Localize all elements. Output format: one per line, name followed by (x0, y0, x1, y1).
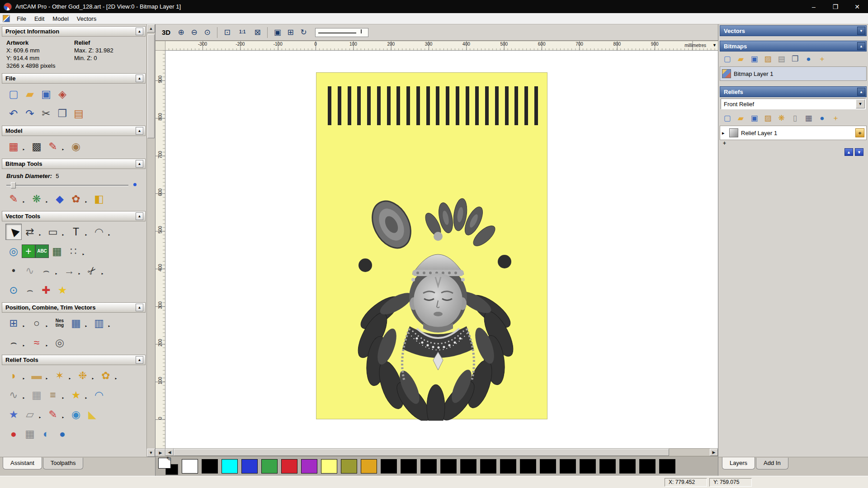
colour-swatch-7[interactable] (321, 459, 337, 474)
angled-plane-icon[interactable]: ◣ (84, 406, 100, 422)
menu-model[interactable]: Model (48, 14, 72, 23)
measure-flyout-arrow[interactable]: ‣ (108, 232, 112, 238)
relief-layer-expand-arrow[interactable]: ▸ (722, 130, 726, 136)
colour-swatch-5[interactable] (281, 459, 297, 474)
new-relief-layer-icon[interactable]: ▢ (721, 112, 733, 124)
create-text-flyout-arrow[interactable]: ‣ (85, 232, 89, 238)
weave-wizard-icon[interactable]: ▦ (28, 387, 45, 403)
sculpt-relief-flyout-arrow[interactable]: ‣ (22, 395, 27, 401)
relief-layers-flyout-arrow[interactable]: ‣ (61, 395, 66, 401)
undo-icon[interactable]: ↶ (5, 105, 22, 122)
paste-along-curve-flyout-arrow[interactable]: ‣ (82, 252, 86, 258)
menu-edit[interactable]: Edit (30, 14, 48, 23)
fence-vectors-icon[interactable]: ▦ (49, 243, 65, 259)
colour-swatch-21[interactable] (599, 459, 616, 474)
colour-swatch-8[interactable] (341, 459, 357, 474)
slider-thumb[interactable] (11, 182, 16, 188)
select-vectors-icon[interactable]: ▶ (5, 224, 22, 240)
new-model-icon[interactable]: ▢ (5, 86, 22, 102)
create-rings-icon[interactable]: ◎ (52, 334, 68, 351)
line-thickness-selector[interactable] (315, 28, 368, 37)
dome-relief-icon[interactable]: ◠ (91, 387, 107, 403)
trim-vectors-flyout-arrow[interactable]: ‣ (101, 271, 105, 277)
lights-material-flyout-arrow[interactable]: ‣ (61, 147, 66, 153)
texture-relief-flyout-arrow[interactable]: ‣ (91, 376, 96, 382)
paint-selective-flyout-arrow[interactable]: ‣ (45, 199, 50, 205)
save-relief-layer-icon[interactable]: ▣ (748, 112, 760, 124)
project-information-collapse-button[interactable]: ▲ (136, 28, 143, 35)
colour-swatch-19[interactable] (560, 459, 576, 474)
relief-selector-dropdown[interactable]: Front Relief ▼ (721, 99, 866, 109)
sculpt-relief-icon[interactable]: ∿ (5, 387, 22, 403)
drawing-canvas[interactable] (165, 51, 718, 448)
tab-toolpaths[interactable]: Toolpaths (43, 458, 84, 469)
reliefs-collapse-button[interactable]: ▲ (857, 88, 865, 96)
paste-icon[interactable]: ▤ (71, 105, 87, 122)
menu-vectors[interactable]: Vectors (73, 14, 100, 23)
colour-swatch-18[interactable] (540, 459, 556, 474)
paint-flyout-arrow[interactable]: ‣ (22, 199, 27, 205)
paint-icon[interactable]: ✎ (5, 191, 22, 207)
redraw-icon[interactable]: ↻ (297, 26, 310, 38)
bitmap-tools-collapse-button[interactable]: ▲ (136, 160, 143, 168)
hscroll-thumb[interactable] (174, 449, 669, 456)
weld-vectors-flyout-arrow[interactable]: ‣ (108, 324, 112, 329)
sphere-mapping-icon[interactable]: ● (802, 53, 815, 65)
relief-page-icon[interactable]: ▯ (789, 112, 801, 124)
star-relief-icon[interactable]: ★ (68, 387, 84, 403)
relief-from-image-flyout-arrow[interactable]: ‣ (114, 376, 119, 382)
mirror-relief-icon[interactable]: ◐ (38, 426, 54, 442)
colour-palette-flyout-arrow[interactable]: ‣ (85, 199, 89, 205)
relief-sphere-icon[interactable]: ● (816, 112, 828, 124)
colour-swatch-3[interactable] (241, 459, 258, 474)
merge-bitmap-icon[interactable]: ▤ (775, 53, 788, 65)
fillet-icon[interactable]: ⌢ (22, 282, 38, 298)
smooth-relief-flyout-arrow[interactable]: ‣ (45, 376, 50, 382)
colour-swatch-16[interactable] (500, 459, 516, 474)
colour-swatch-6[interactable] (301, 459, 317, 474)
create-text-icon[interactable]: T (68, 224, 84, 240)
edit-model-flyout-arrow[interactable]: ‣ (22, 147, 27, 153)
scroll-down-button[interactable]: ▼ (147, 449, 155, 457)
primary-secondary-colour-selector[interactable]: ✎ (158, 458, 178, 475)
relief-layers-icon[interactable]: ≡ (45, 387, 61, 403)
paint-relief-tool-icon[interactable]: ✎ (45, 406, 61, 422)
paint-relief-tool-flyout-arrow[interactable]: ‣ (61, 415, 66, 421)
zoom-previous-icon[interactable]: ⊙ (201, 26, 213, 38)
relief-wizard-flyout-arrow[interactable]: ‣ (68, 376, 73, 382)
bitmap-layer-row[interactable]: Bitmap Layer 1 (720, 67, 866, 80)
ruler-options-button[interactable]: ▼ (712, 43, 717, 47)
circular-copy-flyout-arrow[interactable]: ‣ (45, 324, 50, 329)
zoom-in-icon[interactable]: ⊕ (175, 26, 187, 38)
isolate-relief-icon[interactable]: ● (5, 426, 22, 442)
scroll-left-button[interactable]: ◀ (165, 449, 174, 456)
colour-swatch-10[interactable] (381, 459, 397, 474)
measure-icon[interactable]: ◠ (91, 224, 107, 240)
colour-swatch-14[interactable] (460, 459, 476, 474)
create-arc-icon[interactable]: ⌢ (38, 263, 54, 279)
node-editing-flyout-arrow[interactable]: ‣ (78, 271, 82, 277)
assistant-scrollbar[interactable]: ▲ ▼ (146, 24, 155, 457)
colour-swatch-0[interactable] (182, 459, 198, 474)
colour-swatch-24[interactable] (659, 459, 675, 474)
create-polyline-icon[interactable]: + (22, 244, 35, 258)
wrap-cylinder-icon[interactable]: ⊙ (5, 282, 22, 298)
vector-tools-collapse-button[interactable]: ▲ (136, 212, 143, 220)
scroll-up-button[interactable]: ▲ (147, 24, 155, 33)
transform-vectors-flyout-arrow[interactable]: ‣ (38, 232, 43, 238)
offset-vectors-icon[interactable]: ⌢ (5, 334, 22, 351)
edit-model-icon[interactable]: ▦ (5, 138, 22, 155)
zoom-window-icon[interactable]: ⊡ (221, 26, 233, 38)
weld-vectors-icon[interactable]: ▥ (91, 315, 107, 331)
node-editing-icon[interactable]: → (61, 263, 77, 279)
block-copy-icon[interactable]: ▦ (68, 315, 84, 331)
envelope-relief-flyout-arrow[interactable]: ‣ (38, 415, 43, 421)
colour-swatch-15[interactable] (480, 459, 496, 474)
colour-swatch-22[interactable] (619, 459, 636, 474)
export-model-icon[interactable]: ◈ (54, 86, 71, 102)
relief-layer-options-button[interactable]: + (855, 128, 864, 137)
align-objects-flyout-arrow[interactable]: ‣ (22, 324, 27, 329)
distort-vectors-icon[interactable]: ≈ (28, 334, 45, 351)
colour-picker-icon[interactable]: ◆ (52, 191, 68, 207)
paste-along-curve-icon[interactable]: ∷ (65, 243, 81, 259)
